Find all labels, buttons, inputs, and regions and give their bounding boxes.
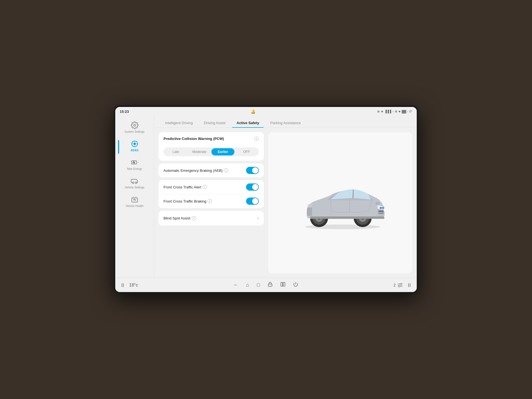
- adas-icon: [131, 140, 139, 148]
- split-icon: [280, 282, 285, 287]
- upload-icon: ↑: [392, 110, 394, 113]
- svg-rect-23: [283, 282, 285, 286]
- front-cross-alert-toggle[interactable]: [246, 183, 259, 191]
- chevron-right-icon: ›: [257, 215, 259, 221]
- svg-point-2: [134, 143, 135, 145]
- blind-spot-card[interactable]: Blind Spot Assist i ›: [158, 211, 264, 226]
- recents-button[interactable]: □: [257, 282, 260, 288]
- car-area: BYD: [268, 132, 412, 273]
- svg-point-20: [305, 224, 380, 229]
- sidebar-label-new-energy: New Energy: [127, 167, 142, 170]
- screen: 15:23 🔔 ⊕ ★ ▐▐▐ ↑ ⊕ ★ ▓▓ ↑ 0°: [115, 107, 417, 292]
- tab-parking-assistance[interactable]: Parking Assistance: [266, 119, 305, 128]
- status-bar: 15:23 🔔 ⊕ ★ ▐▐▐ ↑ ⊕ ★ ▓▓ ↑ 0°: [115, 107, 417, 116]
- sidebar-label-adas: ADAS: [131, 149, 138, 152]
- bottom-center-nav: ← ⌂ □: [233, 282, 298, 288]
- vehicle-settings-icon: [131, 177, 139, 185]
- pcw-info-icon[interactable]: i: [254, 137, 259, 141]
- pcw-option-off[interactable]: OFF: [235, 148, 258, 155]
- fan-icon: [397, 283, 403, 287]
- aeb-info-icon[interactable]: i: [224, 168, 228, 173]
- sidebar-item-adas[interactable]: ADAS: [118, 137, 151, 155]
- blind-spot-row: Blind Spot Assist i ›: [163, 215, 259, 221]
- tab-active-safety[interactable]: Active Safety: [232, 119, 264, 128]
- bluetooth-icon: ⊕: [377, 110, 380, 113]
- sidebar-label-system-settings: System Settings: [124, 130, 144, 133]
- power-icon: [293, 282, 298, 287]
- sidebar-label-vehicle-settings: Vehicle Settings: [125, 186, 144, 189]
- pcw-option-late[interactable]: Late: [164, 148, 187, 155]
- pcw-options: Late Moderate Earlier OFF: [163, 147, 259, 156]
- front-cross-braking-label: Front Cross Traffic Braking: [163, 199, 206, 203]
- sidebar-label-vehicle-health: Vehicle Health: [126, 204, 144, 208]
- temperature-display: 18°c: [129, 283, 138, 288]
- blind-spot-label: Blind Spot Assist: [163, 216, 190, 220]
- gear-icon: [131, 121, 139, 129]
- bottom-right: 2: [393, 283, 411, 287]
- sidebar-item-new-energy[interactable]: New Energy: [118, 156, 151, 173]
- svg-point-5: [135, 182, 137, 184]
- svg-rect-19: [310, 216, 384, 219]
- aeb-card: Automatic Emergency Braking (AEB) i: [158, 163, 264, 177]
- energy-icon: [131, 158, 139, 166]
- front-cross-alert-row: Front Cross Traffic Alert i: [158, 180, 264, 194]
- sidebar-item-system-settings[interactable]: System Settings: [118, 119, 151, 136]
- bottom-bar: 18°c ← ⌂ □: [115, 278, 417, 292]
- lock-button[interactable]: [268, 282, 273, 288]
- aeb-toggle[interactable]: [246, 167, 259, 174]
- back-button[interactable]: ←: [233, 282, 238, 288]
- blind-spot-info-icon[interactable]: i: [192, 216, 196, 221]
- sidebar-item-vehicle-health[interactable]: Vehicle Health: [118, 193, 151, 210]
- front-cross-braking-toggle[interactable]: [246, 198, 259, 205]
- pcw-title: Predictive Collision Warning (PCW): [163, 137, 224, 141]
- temp-status: ⊕ ★ ▓▓ ↑ 0°: [395, 110, 412, 113]
- tab-driving-assist[interactable]: Driving Assist: [200, 119, 230, 128]
- screen-bezel: 15:23 🔔 ⊕ ★ ▐▐▐ ↑ ⊕ ★ ▓▓ ↑ 0°: [114, 105, 418, 294]
- front-cross-braking-info-icon[interactable]: i: [208, 199, 212, 203]
- front-cross-alert-info-icon[interactable]: i: [203, 185, 207, 189]
- status-time: 15:23: [120, 109, 129, 114]
- fan-left-icon: [121, 283, 127, 287]
- main-layout: System Settings ADAS: [115, 116, 417, 278]
- wifi-icon: ★: [381, 110, 383, 113]
- svg-point-4: [132, 182, 134, 184]
- fan-right-icon: [405, 283, 411, 287]
- tab-intelligent-driving[interactable]: Intelligent Driving: [161, 119, 197, 128]
- split-button[interactable]: [280, 282, 285, 288]
- lock-icon: [268, 282, 273, 287]
- pcw-card: Predictive Collision Warning (PCW) i Lat…: [158, 132, 264, 161]
- front-cross-alert-label: Front Cross Traffic Alert: [163, 185, 201, 189]
- settings-list: Predictive Collision Warning (PCW) i Lat…: [158, 132, 264, 273]
- svg-rect-15: [378, 210, 384, 212]
- sidebar: System Settings ADAS: [115, 116, 154, 278]
- svg-rect-16: [378, 213, 384, 214]
- tabs: Intelligent Driving Driving Assist Activ…: [154, 116, 417, 128]
- aeb-label: Automatic Emergency Braking (AEB): [163, 168, 222, 173]
- svg-point-0: [134, 124, 135, 126]
- content-area: Intelligent Driving Driving Assist Activ…: [154, 116, 417, 278]
- content-panel: Predictive Collision Warning (PCW) i Lat…: [154, 128, 417, 278]
- pcw-option-moderate[interactable]: Moderate: [188, 148, 211, 155]
- svg-text:BYD: BYD: [381, 208, 383, 209]
- front-cross-card: Front Cross Traffic Alert i Front Cross …: [158, 180, 264, 208]
- status-icons: ⊕ ★ ▐▐▐ ↑ ⊕ ★ ▓▓ ↑ 0°: [377, 110, 412, 113]
- car-illustration: BYD: [293, 174, 387, 232]
- signal-icon: ▐▐▐: [385, 110, 391, 113]
- svg-rect-21: [268, 284, 272, 286]
- health-icon: [131, 196, 139, 203]
- front-cross-braking-row: Front Cross Traffic Braking i: [158, 194, 264, 208]
- home-button[interactable]: ⌂: [246, 282, 249, 288]
- sidebar-item-vehicle-settings[interactable]: Vehicle Settings: [118, 174, 151, 192]
- notification-bell-icon: 🔔: [251, 109, 255, 114]
- pcw-option-earlier[interactable]: Earlier: [211, 148, 234, 155]
- bottom-left: 18°c: [121, 283, 138, 288]
- power-button[interactable]: [293, 282, 298, 288]
- svg-rect-22: [281, 282, 283, 286]
- fan-speed: 2: [393, 283, 396, 287]
